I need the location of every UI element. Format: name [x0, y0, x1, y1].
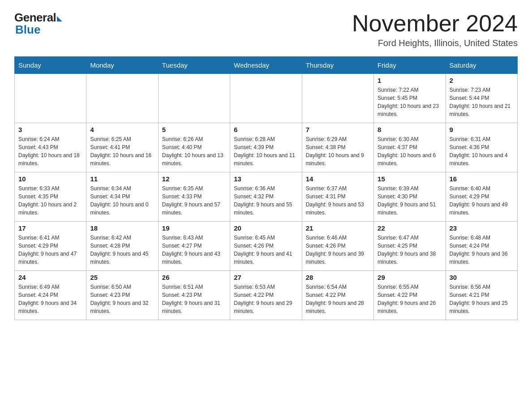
- day-info: Sunrise: 6:53 AMSunset: 4:22 PMDaylight:…: [234, 283, 298, 315]
- calendar-cell: 28Sunrise: 6:54 AMSunset: 4:22 PMDayligh…: [302, 271, 373, 320]
- weekday-header-friday: Friday: [374, 57, 446, 74]
- calendar-cell: 17Sunrise: 6:41 AMSunset: 4:29 PMDayligh…: [15, 222, 86, 271]
- weekday-header-saturday: Saturday: [446, 57, 517, 74]
- calendar-cell: [302, 74, 373, 123]
- day-number: 9: [450, 126, 514, 133]
- day-number: 3: [18, 126, 82, 133]
- day-number: 1: [378, 77, 442, 84]
- calendar-week-row: 24Sunrise: 6:49 AMSunset: 4:24 PMDayligh…: [15, 271, 518, 320]
- day-number: 20: [234, 224, 298, 232]
- day-number: 21: [306, 224, 370, 232]
- day-info: Sunrise: 6:50 AMSunset: 4:23 PMDaylight:…: [90, 283, 154, 315]
- day-number: 6: [234, 126, 298, 133]
- calendar-cell: 10Sunrise: 6:33 AMSunset: 4:35 PMDayligh…: [15, 172, 86, 222]
- day-number: 7: [306, 126, 370, 133]
- calendar-cell: [15, 74, 86, 123]
- day-info: Sunrise: 6:43 AMSunset: 4:27 PMDaylight:…: [162, 234, 226, 266]
- calendar-cell: 22Sunrise: 6:47 AMSunset: 4:25 PMDayligh…: [374, 222, 446, 271]
- day-number: 4: [90, 126, 154, 133]
- day-info: Sunrise: 6:41 AMSunset: 4:29 PMDaylight:…: [18, 234, 82, 266]
- logo: General Blue: [14, 11, 62, 37]
- weekday-header-row: SundayMondayTuesdayWednesdayThursdayFrid…: [15, 57, 518, 74]
- weekday-header-sunday: Sunday: [15, 57, 86, 74]
- day-number: 26: [162, 274, 226, 281]
- weekday-header-tuesday: Tuesday: [158, 57, 230, 74]
- day-number: 18: [90, 224, 154, 232]
- day-info: Sunrise: 6:28 AMSunset: 4:39 PMDaylight:…: [234, 135, 298, 167]
- weekday-header-wednesday: Wednesday: [230, 57, 302, 74]
- logo-arrow-icon: [57, 16, 62, 21]
- weekday-header-monday: Monday: [86, 57, 158, 74]
- calendar-cell: 21Sunrise: 6:46 AMSunset: 4:26 PMDayligh…: [302, 222, 373, 271]
- day-info: Sunrise: 6:47 AMSunset: 4:25 PMDaylight:…: [378, 234, 442, 266]
- calendar-cell: 11Sunrise: 6:34 AMSunset: 4:34 PMDayligh…: [86, 172, 158, 222]
- day-info: Sunrise: 6:55 AMSunset: 4:22 PMDaylight:…: [378, 283, 442, 315]
- day-number: 14: [306, 175, 370, 183]
- day-number: 23: [450, 224, 514, 232]
- day-number: 27: [234, 274, 298, 281]
- day-number: 30: [450, 274, 514, 281]
- calendar-cell: 18Sunrise: 6:42 AMSunset: 4:28 PMDayligh…: [86, 222, 158, 271]
- calendar-cell: 16Sunrise: 6:40 AMSunset: 4:29 PMDayligh…: [446, 172, 517, 222]
- calendar-cell: [158, 74, 230, 123]
- day-info: Sunrise: 6:40 AMSunset: 4:29 PMDaylight:…: [450, 184, 514, 217]
- calendar-week-row: 17Sunrise: 6:41 AMSunset: 4:29 PMDayligh…: [15, 222, 518, 271]
- day-info: Sunrise: 6:46 AMSunset: 4:26 PMDaylight:…: [306, 234, 370, 266]
- day-number: 10: [18, 175, 82, 183]
- calendar-cell: 6Sunrise: 6:28 AMSunset: 4:39 PMDaylight…: [230, 123, 302, 172]
- calendar-cell: 1Sunrise: 7:22 AMSunset: 5:45 PMDaylight…: [374, 74, 446, 123]
- calendar-cell: 5Sunrise: 6:26 AMSunset: 4:40 PMDaylight…: [158, 123, 230, 172]
- day-info: Sunrise: 6:24 AMSunset: 4:43 PMDaylight:…: [18, 135, 82, 167]
- day-info: Sunrise: 6:25 AMSunset: 4:41 PMDaylight:…: [90, 135, 154, 167]
- weekday-header-thursday: Thursday: [302, 57, 373, 74]
- calendar-cell: [230, 74, 302, 123]
- day-info: Sunrise: 6:31 AMSunset: 4:36 PMDaylight:…: [450, 135, 514, 167]
- calendar-cell: 23Sunrise: 6:48 AMSunset: 4:24 PMDayligh…: [446, 222, 517, 271]
- day-number: 29: [378, 274, 442, 281]
- calendar-week-row: 1Sunrise: 7:22 AMSunset: 5:45 PMDaylight…: [15, 74, 518, 123]
- logo-blue-text: Blue: [14, 23, 40, 37]
- calendar-cell: 3Sunrise: 6:24 AMSunset: 4:43 PMDaylight…: [15, 123, 86, 172]
- calendar-cell: 26Sunrise: 6:51 AMSunset: 4:23 PMDayligh…: [158, 271, 230, 320]
- day-number: 11: [90, 175, 154, 183]
- day-info: Sunrise: 6:51 AMSunset: 4:23 PMDaylight:…: [162, 283, 226, 315]
- day-number: 24: [18, 274, 82, 281]
- day-info: Sunrise: 7:23 AMSunset: 5:44 PMDaylight:…: [450, 86, 514, 118]
- calendar-cell: 2Sunrise: 7:23 AMSunset: 5:44 PMDaylight…: [446, 74, 517, 123]
- calendar-cell: 29Sunrise: 6:55 AMSunset: 4:22 PMDayligh…: [374, 271, 446, 320]
- day-info: Sunrise: 6:34 AMSunset: 4:34 PMDaylight:…: [90, 184, 154, 217]
- day-info: Sunrise: 6:48 AMSunset: 4:24 PMDaylight:…: [450, 234, 514, 266]
- day-info: Sunrise: 7:22 AMSunset: 5:45 PMDaylight:…: [378, 86, 442, 118]
- day-number: 15: [378, 175, 442, 183]
- day-info: Sunrise: 6:39 AMSunset: 4:30 PMDaylight:…: [378, 184, 442, 217]
- day-info: Sunrise: 6:49 AMSunset: 4:24 PMDaylight:…: [18, 283, 82, 315]
- calendar-cell: 9Sunrise: 6:31 AMSunset: 4:36 PMDaylight…: [446, 123, 517, 172]
- calendar-cell: [86, 74, 158, 123]
- day-number: 5: [162, 126, 226, 133]
- page-header: General Blue November 2024 Ford Heights,…: [14, 11, 518, 48]
- calendar-cell: 8Sunrise: 6:30 AMSunset: 4:37 PMDaylight…: [374, 123, 446, 172]
- calendar-table: SundayMondayTuesdayWednesdayThursdayFrid…: [14, 56, 518, 320]
- calendar-cell: 7Sunrise: 6:29 AMSunset: 4:38 PMDaylight…: [302, 123, 373, 172]
- day-info: Sunrise: 6:29 AMSunset: 4:38 PMDaylight:…: [306, 135, 370, 167]
- day-info: Sunrise: 6:26 AMSunset: 4:40 PMDaylight:…: [162, 135, 226, 167]
- day-number: 17: [18, 224, 82, 232]
- day-info: Sunrise: 6:30 AMSunset: 4:37 PMDaylight:…: [378, 135, 442, 167]
- calendar-cell: 24Sunrise: 6:49 AMSunset: 4:24 PMDayligh…: [15, 271, 86, 320]
- day-info: Sunrise: 6:33 AMSunset: 4:35 PMDaylight:…: [18, 184, 82, 217]
- day-number: 19: [162, 224, 226, 232]
- day-number: 28: [306, 274, 370, 281]
- calendar-cell: 4Sunrise: 6:25 AMSunset: 4:41 PMDaylight…: [86, 123, 158, 172]
- day-number: 22: [378, 224, 442, 232]
- day-number: 2: [450, 77, 514, 84]
- day-info: Sunrise: 6:45 AMSunset: 4:26 PMDaylight:…: [234, 234, 298, 266]
- day-number: 12: [162, 175, 226, 183]
- day-number: 8: [378, 126, 442, 133]
- calendar-title: November 2024: [352, 11, 518, 36]
- calendar-cell: 15Sunrise: 6:39 AMSunset: 4:30 PMDayligh…: [374, 172, 446, 222]
- calendar-cell: 14Sunrise: 6:37 AMSunset: 4:31 PMDayligh…: [302, 172, 373, 222]
- day-number: 25: [90, 274, 154, 281]
- day-info: Sunrise: 6:56 AMSunset: 4:21 PMDaylight:…: [450, 283, 514, 315]
- calendar-week-row: 10Sunrise: 6:33 AMSunset: 4:35 PMDayligh…: [15, 172, 518, 222]
- calendar-cell: 27Sunrise: 6:53 AMSunset: 4:22 PMDayligh…: [230, 271, 302, 320]
